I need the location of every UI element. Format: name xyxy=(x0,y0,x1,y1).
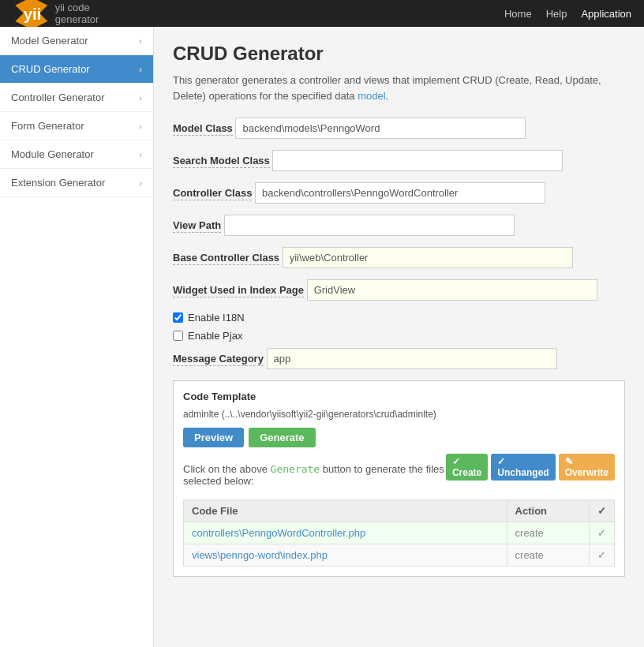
nav-home[interactable]: Home xyxy=(504,8,532,20)
sidebar-item-controller-generator[interactable]: Controller Generator › xyxy=(0,84,153,112)
model-class-input[interactable] xyxy=(235,118,526,139)
widget-input[interactable] xyxy=(307,279,597,301)
unchanged-badge: ✓ Unchanged xyxy=(491,454,555,481)
sidebar-item-form-generator-label: Form Generator xyxy=(11,120,84,132)
chevron-right-icon-active: › xyxy=(139,65,142,74)
generate-button[interactable]: Generate xyxy=(249,428,315,447)
file-link[interactable]: views\penngo-word\index.php xyxy=(192,549,328,561)
sidebar-item-model-generator[interactable]: Model Generator › xyxy=(0,27,153,55)
sidebar: Model Generator › CRUD Generator › Contr… xyxy=(0,27,154,647)
table-row: views\penngo-word\index.php create ✓ xyxy=(184,544,615,567)
search-model-class-input[interactable] xyxy=(272,150,563,171)
widget-section: Widget Used in Index Page xyxy=(173,279,625,301)
preview-button[interactable]: Preview xyxy=(183,428,244,447)
base-controller-class-input[interactable] xyxy=(283,247,573,268)
svg-text:yii: yii xyxy=(24,6,42,24)
main-content: CRUD Generator This generator generates … xyxy=(154,27,644,647)
files-table: Code File Action ✓ controllers\PenngoWor… xyxy=(183,499,615,567)
action-cell: create xyxy=(507,522,589,544)
page-title: CRUD Generator xyxy=(173,43,625,65)
search-model-class-label: Search Model Class xyxy=(173,155,270,168)
action-buttons: Preview Generate xyxy=(183,428,615,447)
col-header-action: Action xyxy=(507,500,589,522)
overwrite-badge: ✎ Overwrite xyxy=(559,454,615,481)
message-category-section: Message Category xyxy=(173,348,625,369)
enable-pjax-label: Enable Pjax xyxy=(188,330,242,342)
sidebar-item-module-generator[interactable]: Module Generator › xyxy=(0,140,153,169)
enable-pjax-row: Enable Pjax xyxy=(173,330,625,342)
controller-class-label: Controller Class xyxy=(173,187,252,200)
model-class-label: Model Class xyxy=(173,122,233,136)
nav-help[interactable]: Help xyxy=(546,8,567,20)
sidebar-item-extension-generator[interactable]: Extension Generator › xyxy=(0,169,153,197)
sidebar-item-module-generator-label: Module Generator xyxy=(11,148,94,160)
enable-i18n-label: Enable I18N xyxy=(188,312,245,324)
sidebar-item-crud-generator[interactable]: CRUD Generator › xyxy=(0,55,153,84)
code-template-box: Code Template adminlte (..\..\vendor\yii… xyxy=(173,380,625,577)
enable-i18n-row: Enable I18N xyxy=(173,312,625,324)
sidebar-item-controller-generator-label: Controller Generator xyxy=(11,92,105,103)
chevron-right-icon-5: › xyxy=(139,178,142,188)
message-category-label: Message Category xyxy=(173,353,264,366)
sidebar-item-extension-generator-label: Extension Generator xyxy=(11,177,105,189)
col-header-check: ✓ xyxy=(590,500,615,522)
code-template-label: Code Template xyxy=(183,391,615,402)
enable-i18n-checkbox[interactable] xyxy=(173,312,183,323)
chevron-right-icon-3: › xyxy=(139,122,142,131)
file-link[interactable]: controllers\PenngoWordController.php xyxy=(192,527,365,539)
layout: Model Generator › CRUD Generator › Contr… xyxy=(0,27,644,647)
base-controller-class-section: Base Controller Class xyxy=(173,247,625,268)
widget-label: Widget Used in Index Page xyxy=(173,284,304,297)
controller-class-section: Controller Class xyxy=(173,182,625,204)
sidebar-item-form-generator[interactable]: Form Generator › xyxy=(0,112,153,140)
model-class-section: Model Class xyxy=(173,118,625,139)
col-header-file: Code File xyxy=(184,500,507,522)
page-description: This generator generates a controller an… xyxy=(173,73,625,103)
table-row: controllers\PenngoWordController.php cre… xyxy=(184,522,615,544)
status-badges: ✓ Create ✓ Unchanged ✎ Overwrite xyxy=(446,454,615,481)
view-path-label: View Path xyxy=(173,219,221,233)
top-nav-links: Home Help Application xyxy=(504,8,631,20)
base-controller-class-label: Base Controller Class xyxy=(173,252,279,265)
check-cell: ✓ xyxy=(590,522,615,544)
chevron-right-icon-2: › xyxy=(139,93,142,103)
code-template-value: adminlte (..\..\vendor\yiisoft\yii2-gii\… xyxy=(183,409,615,420)
nav-application[interactable]: Application xyxy=(581,8,631,20)
top-navigation: yii yii code generator Home Help Applica… xyxy=(0,0,644,27)
create-badge: ✓ Create xyxy=(446,454,488,481)
generate-info: Click on the above Generate button to ge… xyxy=(183,463,446,487)
view-path-section: View Path xyxy=(173,215,625,236)
view-path-input[interactable] xyxy=(224,215,515,236)
enable-pjax-checkbox[interactable] xyxy=(173,331,183,341)
brand-text: yii code generator xyxy=(55,2,99,25)
controller-class-input[interactable] xyxy=(255,182,545,204)
sidebar-item-model-generator-label: Model Generator xyxy=(11,35,88,47)
action-cell: create xyxy=(507,544,589,567)
chevron-right-icon: › xyxy=(139,36,142,46)
check-cell: ✓ xyxy=(590,544,615,567)
sidebar-item-crud-generator-label: CRUD Generator xyxy=(11,63,90,75)
model-link[interactable]: model xyxy=(358,90,385,102)
chevron-right-icon-4: › xyxy=(139,150,142,159)
generate-info-row: Click on the above Generate button to ge… xyxy=(183,455,615,495)
message-category-input[interactable] xyxy=(267,348,557,369)
search-model-class-section: Search Model Class xyxy=(173,150,625,171)
